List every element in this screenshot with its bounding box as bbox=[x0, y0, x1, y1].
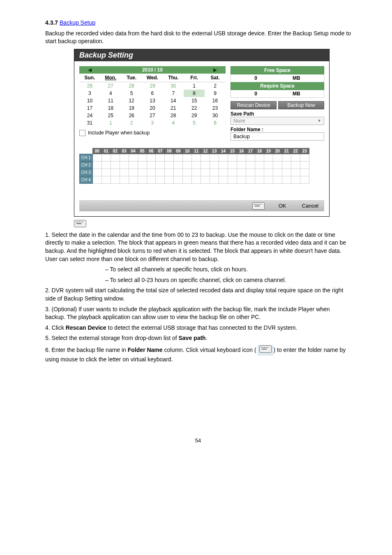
hour-cell[interactable] bbox=[129, 169, 138, 176]
hour-cell[interactable] bbox=[228, 154, 237, 161]
hour-header-cell[interactable]: 07 bbox=[156, 148, 165, 154]
calendar-day[interactable]: 3 bbox=[142, 119, 163, 127]
hour-cell[interactable] bbox=[219, 161, 228, 169]
hour-cell[interactable] bbox=[246, 161, 255, 169]
calendar-day[interactable]: 24 bbox=[79, 112, 100, 119]
hour-header-cell[interactable]: 02 bbox=[111, 148, 120, 154]
calendar-day[interactable]: 2 bbox=[121, 119, 142, 127]
hour-cell[interactable] bbox=[228, 161, 237, 169]
hour-cell[interactable] bbox=[183, 161, 192, 169]
hour-cell[interactable] bbox=[174, 169, 183, 176]
hour-header-cell[interactable]: 18 bbox=[255, 148, 264, 154]
hour-cell[interactable] bbox=[174, 161, 183, 169]
calendar-day[interactable]: 30 bbox=[163, 82, 184, 90]
keyboard-icon[interactable] bbox=[252, 202, 265, 210]
hour-cell[interactable] bbox=[156, 176, 165, 183]
hour-cell[interactable] bbox=[264, 176, 273, 183]
hour-cell[interactable] bbox=[282, 169, 291, 176]
calendar-day[interactable]: 9 bbox=[205, 90, 226, 97]
hour-cell[interactable] bbox=[174, 176, 183, 183]
rescan-device-button[interactable]: Rescan Device bbox=[231, 101, 277, 109]
hour-cell[interactable] bbox=[264, 169, 273, 176]
calendar-day[interactable]: 22 bbox=[184, 104, 205, 112]
hour-cell[interactable] bbox=[291, 176, 300, 183]
calendar-day[interactable]: 26 bbox=[121, 112, 142, 119]
calendar-day[interactable]: 20 bbox=[142, 104, 163, 112]
hour-header-cell[interactable]: 14 bbox=[219, 148, 228, 154]
hour-cell[interactable] bbox=[192, 161, 201, 169]
prev-month-arrow[interactable]: ◀ bbox=[79, 66, 100, 74]
hour-cell[interactable] bbox=[120, 161, 129, 169]
next-month-arrow[interactable]: ▶ bbox=[205, 66, 226, 74]
hour-cell[interactable] bbox=[174, 154, 183, 161]
hour-cell[interactable] bbox=[147, 176, 156, 183]
hour-cell[interactable] bbox=[300, 154, 309, 161]
hour-header-cell[interactable]: 04 bbox=[129, 148, 138, 154]
hour-cell[interactable] bbox=[111, 176, 120, 183]
calendar-day[interactable]: 14 bbox=[163, 97, 184, 104]
channel-label[interactable]: CH 2 bbox=[80, 161, 93, 169]
calendar-day[interactable]: 29 bbox=[184, 112, 205, 119]
hour-cell[interactable] bbox=[255, 176, 264, 183]
hour-header-cell[interactable]: 22 bbox=[291, 148, 300, 154]
calendar-day[interactable]: 6 bbox=[205, 119, 226, 127]
hour-cell[interactable] bbox=[282, 176, 291, 183]
ok-button[interactable]: OK bbox=[277, 203, 288, 209]
calendar-day[interactable]: 5 bbox=[184, 119, 205, 127]
hour-cell[interactable] bbox=[201, 154, 210, 161]
hour-cell[interactable] bbox=[291, 154, 300, 161]
channel-label[interactable]: CH 3 bbox=[80, 169, 93, 176]
hour-cell[interactable] bbox=[237, 176, 246, 183]
hour-cell[interactable] bbox=[255, 154, 264, 161]
hour-header-cell[interactable]: 03 bbox=[120, 148, 129, 154]
hour-cell[interactable] bbox=[183, 169, 192, 176]
hour-cell[interactable] bbox=[300, 176, 309, 183]
hour-header-cell[interactable]: 06 bbox=[147, 148, 156, 154]
hour-cell[interactable] bbox=[264, 154, 273, 161]
calendar-day[interactable]: 28 bbox=[163, 112, 184, 119]
hour-header-cell[interactable]: 19 bbox=[264, 148, 273, 154]
hour-header-cell[interactable]: 01 bbox=[101, 148, 111, 154]
hour-header-cell[interactable]: 12 bbox=[201, 148, 210, 154]
hour-cell[interactable] bbox=[147, 154, 156, 161]
hour-cell[interactable] bbox=[183, 176, 192, 183]
calendar-day[interactable]: 11 bbox=[100, 97, 121, 104]
hour-cell[interactable] bbox=[273, 176, 282, 183]
calendar-day[interactable]: 4 bbox=[100, 90, 121, 97]
calendar-day[interactable]: 3 bbox=[79, 90, 100, 97]
hour-cell[interactable] bbox=[255, 169, 264, 176]
hour-cell[interactable] bbox=[92, 169, 101, 176]
calendar-day[interactable]: 30 bbox=[205, 112, 226, 119]
hour-cell[interactable] bbox=[92, 161, 101, 169]
hour-header-cell[interactable]: 13 bbox=[210, 148, 219, 154]
cancel-button[interactable]: Cancel bbox=[300, 203, 320, 209]
calendar-day[interactable]: 28 bbox=[121, 82, 142, 90]
hour-cell[interactable] bbox=[273, 169, 282, 176]
hour-cell[interactable] bbox=[273, 154, 282, 161]
calendar-day[interactable]: 31 bbox=[79, 119, 100, 127]
hour-header-cell[interactable]: 10 bbox=[183, 148, 192, 154]
hour-cell[interactable] bbox=[138, 154, 147, 161]
hour-cell[interactable] bbox=[282, 161, 291, 169]
calendar-day[interactable]: 12 bbox=[121, 97, 142, 104]
calendar-day[interactable]: 6 bbox=[142, 90, 163, 97]
hour-cell[interactable] bbox=[228, 169, 237, 176]
calendar-day[interactable]: 18 bbox=[100, 104, 121, 112]
hour-cell[interactable] bbox=[138, 176, 147, 183]
calendar-day[interactable]: 1 bbox=[184, 82, 205, 90]
hour-cell[interactable] bbox=[183, 154, 192, 161]
hour-cell[interactable] bbox=[201, 169, 210, 176]
hour-cell[interactable] bbox=[111, 154, 120, 161]
hour-header-cell[interactable]: 00 bbox=[92, 148, 101, 154]
hour-cell[interactable] bbox=[255, 161, 264, 169]
calendar-day[interactable]: 10 bbox=[79, 97, 100, 104]
calendar-day[interactable]: 25 bbox=[100, 112, 121, 119]
hour-cell[interactable] bbox=[219, 176, 228, 183]
hour-cell[interactable] bbox=[273, 161, 282, 169]
calendar-day[interactable]: 23 bbox=[205, 104, 226, 112]
hour-cell[interactable] bbox=[210, 169, 219, 176]
hour-cell[interactable] bbox=[264, 161, 273, 169]
hour-cell[interactable] bbox=[237, 161, 246, 169]
calendar-day[interactable]: 17 bbox=[79, 104, 100, 112]
hour-header-cell[interactable]: 08 bbox=[165, 148, 174, 154]
